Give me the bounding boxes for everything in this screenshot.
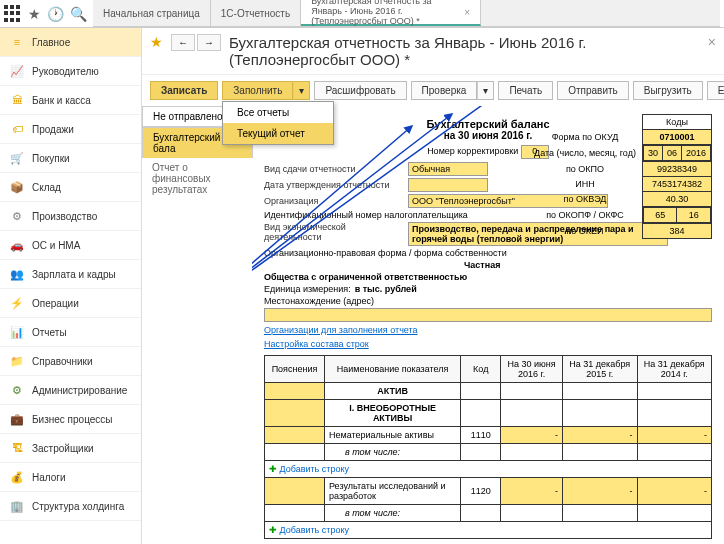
history-icon[interactable]: 🕐 [47,6,64,22]
add-row-link-2[interactable]: ✚ Добавить строку [265,522,712,539]
sidebar-item[interactable]: 📁Справочники [0,347,141,376]
sidebar-icon: 🏛 [10,93,24,107]
sidebar-label: Справочники [32,356,93,367]
sidebar-label: Отчеты [32,327,67,338]
sidebar-label: Бизнес процессы [32,414,113,425]
sidebar-icon: 🏢 [10,499,24,513]
sidebar-item[interactable]: 🏷Продажи [0,115,141,144]
row-setup-link[interactable]: Настройка состава строк [264,339,712,349]
tab-active[interactable]: Бухгалтерская отчетность за Январь - Июн… [301,0,481,26]
sidebar-label: Структура холдинга [32,501,124,512]
sidebar-icon: 🛒 [10,151,24,165]
addr-input[interactable] [264,308,712,322]
sidebar-icon: 💰 [10,470,24,484]
sidebar-label: Главное [32,37,70,48]
sidebar-label: Зарплата и кадры [32,269,116,280]
sidebar-icon: 💼 [10,412,24,426]
back-button[interactable]: ← [171,34,195,51]
sidebar-icon: 📦 [10,180,24,194]
more-button[interactable]: Еще [707,81,724,100]
sidebar-icon: 📊 [10,325,24,339]
sidebar-icon: ⚡ [10,296,24,310]
sidebar-icon: ⚙ [10,383,24,397]
sidebar-icon: ≡ [10,35,24,49]
sidebar-item[interactable]: ⚙Производство [0,202,141,231]
sidebar-label: Продажи [32,124,74,135]
check-button[interactable]: Проверка [411,81,478,100]
decode-button[interactable]: Расшифровать [314,81,406,100]
dd-current[interactable]: Текущий отчет [223,123,333,144]
tab-home[interactable]: Начальная страница [93,0,211,26]
sidebar-label: Операции [32,298,79,309]
sidebar-label: Налоги [32,472,66,483]
subtab-finres[interactable]: Отчет о финансовых результатах [142,158,252,199]
appr-date-input[interactable] [408,178,488,192]
close-page-icon[interactable]: × [708,34,716,50]
tab-report[interactable]: 1С-Отчетность [211,0,301,26]
sidebar-icon: ⚙ [10,209,24,223]
favorite-icon[interactable]: ★ [28,6,41,22]
fill-dropdown[interactable]: ▾ [293,81,310,100]
sidebar-icon: 🚗 [10,238,24,252]
sidebar-item[interactable]: 🛒Покупки [0,144,141,173]
check-dd[interactable]: ▾ [477,81,494,100]
sidebar-icon: 📈 [10,64,24,78]
sidebar-label: Администрирование [32,385,127,396]
report-area: Коды Форма по ОКУД0710001 Дата (число, м… [252,106,724,544]
sidebar-label: Банк и касса [32,95,91,106]
table-row[interactable]: Результаты исследований и разработок1120… [265,478,712,505]
codes-table: Коды Форма по ОКУД0710001 Дата (число, м… [528,114,712,239]
add-row-link[interactable]: ✚ Добавить строку [265,461,712,478]
sidebar-item[interactable]: ≡Главное [0,28,141,57]
sidebar-item[interactable]: 🏢Структура холдинга [0,492,141,521]
subm-type-input[interactable]: Обычная [408,162,488,176]
sidebar-item[interactable]: 📈Руководителю [0,57,141,86]
sidebar-label: ОС и НМА [32,240,80,251]
sidebar-item[interactable]: 🚗ОС и НМА [0,231,141,260]
fill-button[interactable]: Заполнить [222,81,293,100]
sidebar-label: Покупки [32,153,70,164]
fwd-button[interactable]: → [197,34,221,51]
save-button[interactable]: Записать [150,81,218,100]
sidebar-item[interactable]: 📊Отчеты [0,318,141,347]
fill-menu: Все отчеты Текущий отчет [222,101,334,145]
sidebar-icon: 👥 [10,267,24,281]
send-button[interactable]: Отправить [557,81,629,100]
page-title: Бухгалтерская отчетность за Январь - Июн… [229,34,700,68]
sidebar-item[interactable]: ⚡Операции [0,289,141,318]
sidebar-item[interactable]: 🏗Застройщики [0,434,141,463]
search-icon[interactable]: 🔍 [70,6,87,22]
sidebar-label: Застройщики [32,443,94,454]
sidebar-item[interactable]: 💰Налоги [0,463,141,492]
sidebar-item[interactable]: ⚙Администрирование [0,376,141,405]
balance-table: ПоясненияНаименование показателяКодНа 30… [264,355,712,539]
sidebar-icon: 📁 [10,354,24,368]
sidebar-item[interactable]: 🏛Банк и касса [0,86,141,115]
sidebar-item[interactable]: 👥Зарплата и кадры [0,260,141,289]
sidebar-label: Руководителю [32,66,99,77]
table-row[interactable]: Нематериальные активы1110--- [265,427,712,444]
star-icon[interactable]: ★ [150,34,163,50]
sidebar-item[interactable]: 📦Склад [0,173,141,202]
org-link[interactable]: Организации для заполнения отчета [264,325,418,335]
dd-all[interactable]: Все отчеты [223,102,333,123]
apps-icon[interactable] [4,5,22,23]
sidebar-item[interactable]: 💼Бизнес процессы [0,405,141,434]
sidebar-icon: 🏷 [10,122,24,136]
sidebar-label: Склад [32,182,61,193]
print-button[interactable]: Печать [498,81,553,100]
sidebar-label: Производство [32,211,97,222]
sidebar-icon: 🏗 [10,441,24,455]
unload-button[interactable]: Выгрузить [633,81,703,100]
sidebar: ≡Главное📈Руководителю🏛Банк и касса🏷Прода… [0,28,142,544]
close-icon[interactable]: × [464,7,470,18]
